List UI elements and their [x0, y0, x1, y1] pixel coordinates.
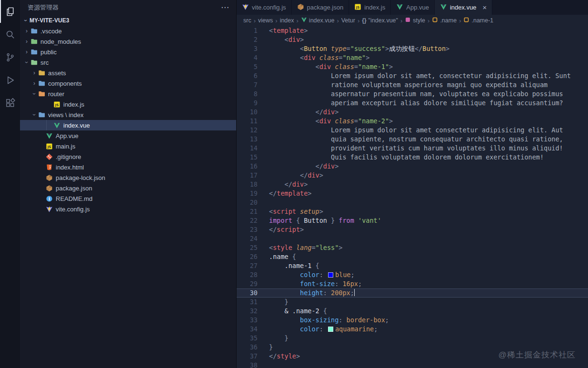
code-line[interactable]: 16 </div> — [237, 162, 588, 171]
code-line[interactable]: 32 & .name-2 { — [237, 307, 588, 316]
line-content: </div> — [269, 171, 323, 180]
code-line[interactable]: 8 aspernatur praesentium nam, voluptates… — [237, 90, 588, 99]
code-line[interactable]: 15 Quis facilis voluptatem dolorem dolor… — [237, 153, 588, 162]
tab-package.json[interactable]: package.json — [292, 0, 349, 15]
breadcrumb-item[interactable]: .name — [432, 17, 457, 24]
line-content: } — [269, 343, 273, 352]
source-control-icon[interactable] — [0, 46, 20, 69]
tree-item-public[interactable]: ›public — [20, 47, 236, 57]
tree-item-index.html[interactable]: index.html — [20, 162, 236, 172]
tree-item-label: index.vue — [63, 122, 90, 129]
code-line[interactable]: 34 color: aquamarine; — [237, 325, 588, 334]
code-line[interactable]: 4 <div class="name"> — [237, 53, 588, 62]
line-number: 26 — [237, 252, 258, 261]
breadcrumb-item[interactable]: .name-1 — [463, 17, 493, 24]
code-line[interactable]: 14 provident veritatis cum harum volupta… — [237, 144, 588, 153]
breadcrumb-item[interactable]: index.vue — [301, 17, 335, 24]
tree-item-readme.md[interactable]: iREADME.md — [20, 193, 236, 204]
code-line[interactable]: 22import { Button } from 'vant' — [237, 216, 588, 225]
tree-item-vite.config.js[interactable]: vite.config.js — [20, 204, 236, 214]
code-line[interactable]: 27 .name-1 { — [237, 261, 588, 270]
code-line[interactable]: 20 — [237, 198, 588, 207]
run-debug-icon[interactable] — [0, 69, 20, 91]
breadcrumb-item[interactable]: index — [280, 17, 294, 24]
code-line[interactable]: 3 <Button type="success">成功按钮</Button> — [237, 44, 588, 53]
code-line[interactable]: 19</template> — [237, 189, 588, 198]
folder-icon — [30, 59, 40, 66]
tree-item-.gitignore[interactable]: .gitignore — [20, 151, 236, 162]
close-icon[interactable]: × — [483, 4, 487, 11]
tree-item-app.vue[interactable]: App.vue — [20, 130, 236, 141]
code-line[interactable]: 28 color: blue; — [237, 270, 588, 279]
tree-item-views-index[interactable]: ›views \ index — [20, 109, 236, 120]
code-line[interactable]: 11 <div class="name-2"> — [237, 117, 588, 126]
code-area[interactable]: 1<template>2 <div>3 <Button type="succes… — [237, 26, 588, 368]
tab-app.vue[interactable]: App.vue — [391, 0, 435, 15]
line-number: 7 — [237, 80, 258, 90]
tab-index.vue[interactable]: index.vue× — [435, 0, 492, 15]
code-line[interactable]: 5 <div class="name-1"> — [237, 62, 588, 71]
code-line[interactable]: 33 box-sizing: border-box; — [237, 316, 588, 325]
tab-vite.config.js[interactable]: vite.config.js — [237, 0, 292, 15]
code-line[interactable]: 1<template> — [237, 26, 588, 35]
tree-item-assets[interactable]: ›assets — [20, 68, 236, 78]
tree-item-index.vue[interactable]: index.vue — [20, 120, 236, 130]
tab-index.js[interactable]: JSindex.js — [349, 0, 391, 15]
code-line[interactable]: 13 quia sapiente, nostrum consequatur ar… — [237, 135, 588, 144]
tree-item-label: public — [40, 49, 57, 56]
search-icon[interactable] — [0, 23, 20, 46]
tree-item-node-modules[interactable]: ›node_modules — [20, 36, 236, 47]
code-line[interactable]: 10 </div> — [237, 108, 588, 117]
code-line[interactable]: 36} — [237, 343, 588, 352]
code-line[interactable]: 17 </div> — [237, 171, 588, 180]
code-line[interactable]: 23</script> — [237, 225, 588, 234]
tree-item-.vscode[interactable]: ›.vscode — [20, 26, 236, 36]
symbol-class-icon — [432, 17, 438, 24]
tree-item-package.json[interactable]: package.json — [20, 183, 236, 193]
code-line[interactable]: 6 Lorem ipsum dolor sit amet, consectetu… — [237, 71, 588, 80]
extensions-icon[interactable] — [0, 91, 20, 114]
line-content: </div> — [269, 180, 308, 189]
line-content: aperiam excepturi alias dolore similique… — [269, 99, 563, 108]
tree-item-src[interactable]: ›src — [20, 57, 236, 68]
code-line[interactable]: 29 font-size: 16px; — [237, 279, 588, 288]
code-line[interactable]: 7 ratione voluptatem asperiores magni qu… — [237, 80, 588, 90]
code-line[interactable]: 26.name { — [237, 252, 588, 261]
line-content: <div class="name"> — [269, 53, 369, 62]
tree-item-package-lock.json[interactable]: package-lock.json — [20, 172, 236, 183]
breadcrumb-item[interactable]: src — [243, 17, 251, 24]
folder-icon — [38, 90, 48, 98]
breadcrumb-item[interactable]: {}"index.vue" — [362, 17, 398, 24]
tree-item-label: main.js — [56, 143, 75, 150]
code-line[interactable]: 12 Lorem ipsum dolor sit amet consectetu… — [237, 126, 588, 135]
code-line[interactable]: 30 height: 200px; — [237, 288, 588, 298]
code-line[interactable]: 9 aperiam excepturi alias dolore similiq… — [237, 99, 588, 108]
project-root-header[interactable]: › MY-VITE-VUE3 — [20, 15, 236, 26]
breadcrumb-item[interactable]: Vetur — [341, 17, 355, 24]
code-line[interactable]: 38 — [237, 361, 588, 368]
code-line[interactable]: 25<style lang="less"> — [237, 243, 588, 252]
code-line[interactable]: 21<script setup> — [237, 207, 588, 216]
tree-item-components[interactable]: ›components — [20, 78, 236, 89]
line-number: 29 — [237, 279, 258, 288]
tree-item-router[interactable]: ›router — [20, 89, 236, 99]
vue-icon — [440, 3, 447, 12]
line-number: 30 — [237, 288, 258, 298]
code-line[interactable]: 18 </div> — [237, 180, 588, 189]
breadcrumb-item[interactable]: views — [258, 17, 273, 24]
tree-item-index.js[interactable]: JSindex.js — [20, 99, 236, 109]
line-number: 12 — [237, 126, 258, 135]
line-content: </div> — [269, 162, 339, 171]
more-actions-icon[interactable]: ⋯ — [221, 5, 229, 10]
tree-item-main.js[interactable]: JSmain.js — [20, 141, 236, 151]
vue-icon — [53, 122, 63, 129]
line-number: 37 — [237, 352, 258, 361]
explorer-icon[interactable] — [0, 0, 20, 23]
breadcrumb-item[interactable]: style — [405, 17, 425, 24]
code-line[interactable]: 31 } — [237, 298, 588, 307]
code-line[interactable]: 37</style> — [237, 352, 588, 361]
code-line[interactable]: 24 — [237, 234, 588, 243]
code-line[interactable]: 2 <div> — [237, 35, 588, 44]
code-line[interactable]: 35 } — [237, 334, 588, 343]
line-number: 13 — [237, 135, 258, 144]
